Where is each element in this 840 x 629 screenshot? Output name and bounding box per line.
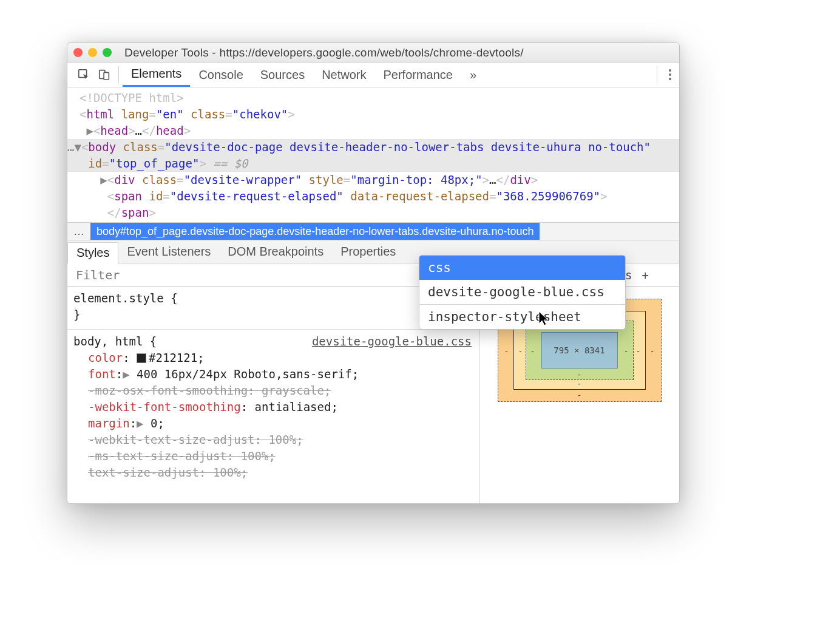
dom-body[interactable]: …▼<body class="devsite-doc-page devsite-… [67,139,679,172]
dropdown-item-inspector[interactable]: inspector-stylesheet [419,305,625,329]
breadcrumb-current[interactable]: body#top_of_page.devsite-doc-page.devsit… [90,223,540,240]
dom-doctype: <!DOCTYPE html> [80,91,184,104]
window-title: Developer Tools - https://developers.goo… [124,46,524,59]
rule-source-link[interactable]: devsite-google-blue.css [312,333,479,350]
zoom-icon[interactable] [103,48,112,57]
subtab-dom-breakpoints[interactable]: DOM Breakpoints [219,240,332,263]
dropdown-item-css[interactable]: css [419,256,625,280]
minimize-icon[interactable] [88,48,97,57]
dom-html[interactable]: <html lang="en" class="chekov"> [67,106,679,123]
box-model-content[interactable]: 795 × 8341 [541,332,618,369]
window-titlebar: Developer Tools - https://developers.goo… [67,43,679,63]
subtab-styles[interactable]: Styles [67,242,118,264]
dom-span-open[interactable]: <span id="devsite-request-elapsed" data-… [67,188,679,205]
kebab-menu-icon[interactable] [661,63,679,87]
tab-performance[interactable]: Performance [375,63,462,87]
close-icon[interactable] [73,48,83,57]
rule-element-style[interactable]: element.style { [73,290,479,307]
tab-network[interactable]: Network [313,63,374,87]
inspect-icon[interactable] [73,63,94,87]
breadcrumb-overflow[interactable]: … [67,223,90,240]
tab-console[interactable]: Console [190,63,251,87]
dom-head[interactable]: ▶<head>…</head> [67,123,679,139]
add-rule-button[interactable]: + [642,268,649,282]
subtab-properties[interactable]: Properties [332,240,404,263]
dom-div-wrapper[interactable]: ▶<div class="devsite-wrapper" style="mar… [67,172,679,188]
breadcrumb[interactable]: … body#top_of_page.devsite-doc-page.devs… [67,222,679,240]
dom-span-close[interactable]: </span> [67,205,679,221]
tabs-overflow-icon[interactable]: » [461,63,485,87]
tab-sources[interactable]: Sources [252,63,313,87]
dropdown-item-devsite[interactable]: devsite-google-blue.css [419,280,625,304]
elements-dom-tree[interactable]: <!DOCTYPE html> <html lang="en" class="c… [67,87,679,222]
subtab-event-listeners[interactable]: Event Listeners [118,240,219,263]
stylesheet-dropdown[interactable]: css devsite-google-blue.css inspector-st… [419,255,626,330]
rule-body-html[interactable]: devsite-google-blue.css body, html { col… [73,333,479,484]
tab-elements[interactable]: Elements [123,63,190,87]
cursor-icon [538,310,550,326]
device-toggle-icon[interactable] [94,63,115,87]
main-tabbar: Elements Console Sources Network Perform… [67,63,679,87]
svg-rect-2 [104,72,109,80]
styles-rules[interactable]: element.style { } devsite-google-blue.cs… [67,287,479,503]
